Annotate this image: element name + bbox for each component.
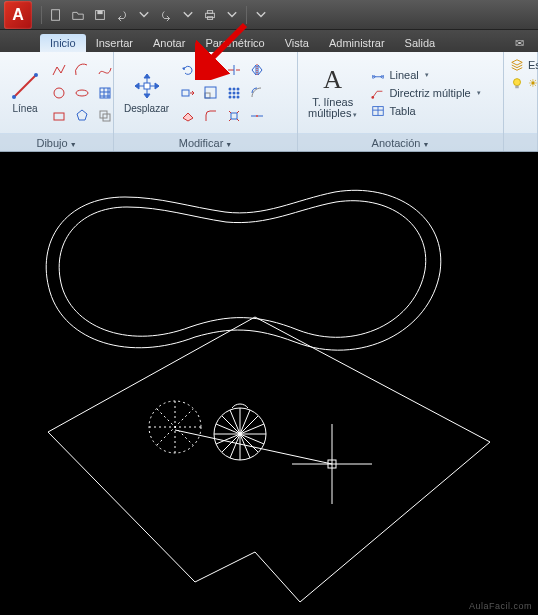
new-icon[interactable] [46,5,66,25]
erase-icon[interactable] [177,105,199,127]
circle-icon[interactable] [48,82,70,104]
bulb-icon [510,76,524,90]
text-icon: A [318,65,348,95]
line-icon [10,71,40,101]
qat-customize-icon[interactable] [251,5,271,25]
rotate-icon[interactable] [177,59,199,81]
polygon-icon[interactable] [71,105,93,127]
move-icon [132,71,162,101]
tab-parametrico[interactable]: Paramétrico [195,34,274,52]
svg-point-31 [233,95,236,98]
print-dropdown-icon[interactable] [222,5,242,25]
linear-dim-icon [371,68,385,82]
trim-icon[interactable] [223,59,245,81]
quick-access-toolbar: A [0,0,538,30]
layers-icon [510,58,524,72]
polyline-icon[interactable] [48,59,70,81]
multileader-button[interactable]: Directriz múltiple▾ [367,85,484,101]
tab-inicio[interactable]: Inicio [40,34,86,52]
panel-right-cut: Estac ☀ [504,52,538,151]
undo-icon[interactable] [112,5,132,25]
panel-title-modificar[interactable]: Modificar▼ [114,133,297,151]
svg-point-34 [256,115,258,117]
svg-rect-2 [97,10,102,14]
explode-icon[interactable] [223,105,245,127]
watermark: AulaFacil.com [469,601,532,611]
print-icon[interactable] [200,5,220,25]
mtext-button[interactable]: A T. líneasmúltiples▾ [302,63,363,122]
line-button[interactable]: Línea [4,69,46,116]
join-icon[interactable] [246,105,268,127]
svg-point-24 [229,87,232,90]
svg-point-26 [237,87,240,90]
table-icon [371,104,385,118]
panel-dibujo: Línea Dibujo▼ [0,52,114,151]
panel-anotacion: A T. líneasmúltiples▾ Lineal▾ Directriz … [298,52,504,151]
ellipse-icon[interactable] [71,82,93,104]
svg-rect-33 [231,113,237,119]
svg-line-52 [157,409,193,445]
fillet-icon[interactable] [200,105,222,127]
svg-point-32 [237,95,240,98]
svg-point-10 [54,88,64,98]
tab-insertar[interactable]: Insertar [86,34,143,52]
dibujo-small-tools [48,59,116,127]
svg-point-37 [514,79,521,86]
linear-dim-button[interactable]: Lineal▾ [367,67,484,83]
scale-icon[interactable] [200,82,222,104]
svg-rect-17 [205,64,212,71]
hatch-icon[interactable] [94,82,116,104]
panel-title-right [504,133,537,151]
svg-rect-22 [205,93,210,98]
multileader-icon [371,86,385,100]
svg-point-9 [34,73,38,77]
drawing-canvas[interactable]: Precise segundo punto o <usar pr AulaFac… [0,152,538,615]
svg-point-29 [237,91,240,94]
arc-icon[interactable] [71,59,93,81]
save-icon[interactable] [90,5,110,25]
svg-rect-4 [207,10,212,13]
panel-title-dibujo[interactable]: Dibujo▼ [0,133,113,151]
undo-dropdown-icon[interactable] [134,5,154,25]
mail-icon[interactable]: ✉ [509,35,530,52]
spline-icon[interactable] [94,59,116,81]
line-label: Línea [12,103,37,114]
table-button[interactable]: Tabla [367,103,484,119]
panel-modificar: Desplazar Modificar▼ [114,52,298,151]
array-icon[interactable] [223,82,245,104]
tab-vista[interactable]: Vista [275,34,319,52]
svg-rect-38 [515,86,519,89]
layer-props-button[interactable]: Estac [510,58,538,72]
offset-icon[interactable] [246,82,268,104]
copy-icon[interactable] [200,59,222,81]
svg-line-53 [175,430,332,464]
rectangle-icon[interactable] [48,105,70,127]
open-icon[interactable] [68,5,88,25]
svg-rect-21 [182,90,189,96]
svg-point-11 [76,90,88,96]
region-icon[interactable] [94,105,116,127]
panel-title-anotacion[interactable]: Anotación▼ [298,133,503,151]
modificar-small-tools [177,59,268,127]
app-logo[interactable]: A [4,1,32,29]
stretch-icon[interactable] [177,82,199,104]
redo-icon[interactable] [156,5,176,25]
ribbon: Línea Dibujo▼ Desplazar [0,52,538,152]
tab-administrar[interactable]: Administrar [319,34,395,52]
mirror-icon[interactable] [246,59,268,81]
svg-point-8 [12,95,16,99]
tab-anotar[interactable]: Anotar [143,34,195,52]
tab-salida[interactable]: Salida [395,34,446,52]
svg-point-25 [233,87,236,90]
redo-dropdown-icon[interactable] [178,5,198,25]
svg-line-7 [14,75,36,97]
svg-point-35 [372,96,375,99]
svg-rect-16 [144,83,150,89]
svg-rect-0 [52,9,60,20]
bulb-button[interactable]: ☀ [510,76,538,90]
svg-rect-18 [210,69,217,76]
move-label: Desplazar [124,103,169,114]
svg-point-27 [229,91,232,94]
svg-point-28 [233,91,236,94]
move-button[interactable]: Desplazar [118,69,175,116]
